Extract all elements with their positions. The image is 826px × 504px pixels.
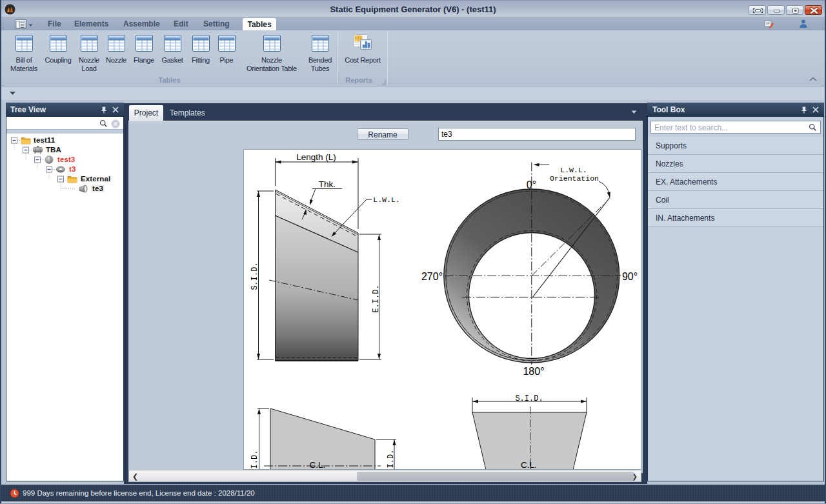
svg-text:L.W.L.: L.W.L. [560,166,587,174]
svg-text:270°: 270° [421,271,443,282]
svg-text:E.I.D.: E.I.D. [372,285,381,312]
svg-text:I.D.: I.D. [250,450,259,469]
svg-text:S.I.D.: S.I.D. [250,262,259,290]
svg-text:L.W.L.: L.W.L. [373,196,399,204]
svg-text:Orientation: Orientation [550,174,599,183]
svg-text:C.L.: C.L. [521,460,537,469]
svg-text:C.L.: C.L. [310,460,326,469]
svg-text:Length (L): Length (L) [296,152,336,162]
svg-text:I.D.: I.D. [387,450,396,469]
svg-text:90°: 90° [622,271,638,282]
svg-text:Thk.: Thk. [319,179,336,189]
svg-text:180°: 180° [523,366,544,377]
svg-text:0°: 0° [527,179,536,190]
svg-text:S.I.D.: S.I.D. [515,394,543,403]
